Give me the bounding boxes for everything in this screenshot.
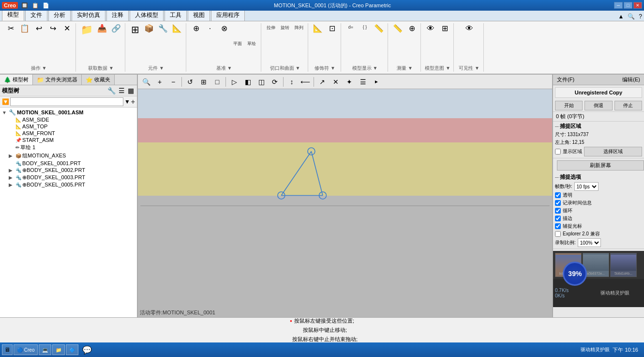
rb-axis[interactable]: ⊕ <box>189 23 203 64</box>
loop-checkbox[interactable] <box>555 208 561 214</box>
explorer-checkbox[interactable] <box>555 231 561 237</box>
vp-named-view[interactable]: □ <box>211 76 224 88</box>
rb-create[interactable]: 📦 <box>142 23 156 64</box>
vp-shading3[interactable]: ◫ <box>255 76 268 88</box>
rb-intent1[interactable]: 👁 <box>424 23 437 64</box>
rb-delete[interactable]: ✕ <box>60 23 74 64</box>
tab-human[interactable]: 人体模型 <box>130 9 164 21</box>
rp-file-menu[interactable]: 文件(F) <box>555 76 576 84</box>
tab-file[interactable]: 文件 <box>25 9 47 21</box>
fps-select[interactable]: 10 fps 15 fps 24 fps 30 fps <box>574 182 599 191</box>
titlebar-menu-icon[interactable]: 🔲 <box>20 2 30 9</box>
rb-measure[interactable]: 📏 <box>391 23 404 64</box>
vp-extra3[interactable]: ☰ <box>357 76 369 88</box>
rp-edit-menu[interactable]: 编辑(E) <box>620 76 642 84</box>
maximize-button[interactable]: □ <box>624 2 632 9</box>
rb-sketch[interactable]: 草绘 <box>245 23 259 64</box>
rb-redo[interactable]: ↪ <box>46 23 60 64</box>
rb-plane[interactable]: 平面 <box>231 23 245 64</box>
search-input[interactable] <box>10 97 123 106</box>
tab-view[interactable]: 视图 <box>188 9 210 21</box>
tree-item-start-asm[interactable]: 📌 START_ASM <box>1 137 136 143</box>
stop-button[interactable]: 停止 <box>614 101 642 110</box>
rb-paste[interactable]: 📋 <box>18 23 31 64</box>
rb-repeat[interactable]: 🔧 <box>156 23 170 64</box>
vp-zoom-fit[interactable]: 🔍 <box>140 76 152 88</box>
vp-perspective[interactable]: ↕ <box>285 76 298 88</box>
panel-tab-favorites[interactable]: ⭐ 收藏夹 <box>82 75 115 85</box>
tree-item-asm-front[interactable]: 📐 ASM_FRONT <box>1 130 136 137</box>
vp-manage[interactable]: ↗ <box>316 76 329 88</box>
vp-zoom-out[interactable]: − <box>167 76 180 88</box>
vp-extra2[interactable]: ✦ <box>343 76 356 88</box>
tree-settings-button[interactable]: 🔧 <box>106 86 117 95</box>
tab-tools[interactable]: 工具 <box>165 9 187 21</box>
thumb-3[interactable]: 5b8d1d4b... <box>610 253 637 277</box>
close-button[interactable]: ✕ <box>633 2 642 9</box>
display-area-checkbox[interactable] <box>555 149 561 155</box>
taskbar-app1[interactable]: 🔷 <box>66 344 78 355</box>
rb-cut[interactable]: ✂ <box>4 23 17 64</box>
titlebar-ctrl1[interactable]: 📋 <box>30 2 40 9</box>
tree-item-asm-top[interactable]: 📐 ASM_TOP <box>1 123 136 130</box>
rb-array[interactable]: 阵列 <box>292 23 306 64</box>
tree-item-body0005[interactable]: ▶ 🔩 ⊕BODY_SKEL_0005.PRT <box>1 181 136 188</box>
start-button[interactable]: 🖥 <box>2 344 13 355</box>
tab-analysis[interactable]: 分析 <box>48 9 71 21</box>
rb-csys[interactable]: ⊗ <box>217 23 231 64</box>
search-dropdown-icon[interactable]: ▼ <box>124 98 130 105</box>
taskbar-browser[interactable]: 💻 <box>39 344 51 355</box>
ribbon-search-icon[interactable]: 🔍 <box>626 12 637 21</box>
vp-more[interactable]: ► <box>370 76 383 88</box>
rb-revolve[interactable]: 旋转 <box>278 23 292 64</box>
tab-apps[interactable]: 应用程序 <box>211 9 245 21</box>
rb-intent2[interactable]: ⊞ <box>438 23 451 64</box>
rb-place[interactable]: 📐 <box>170 23 184 64</box>
vp-shading2[interactable]: ◧ <box>241 76 254 88</box>
rb-ruler[interactable]: 📏 <box>372 23 386 64</box>
panel-tab-browser[interactable]: 📁 文件夹浏览器 <box>33 75 82 85</box>
record-info-checkbox[interactable] <box>555 200 561 206</box>
rb-dim[interactable]: d= <box>344 23 358 64</box>
vp-zoom-in[interactable]: + <box>153 76 166 88</box>
edge-checkbox[interactable] <box>555 216 561 221</box>
rb-open[interactable]: 📁 <box>79 23 95 64</box>
tab-simulation[interactable]: 实时仿真 <box>72 9 105 21</box>
viewport-canvas[interactable]: 活动零件:MOTION_SKEL_0001 <box>138 89 552 317</box>
start-button[interactable]: 开始 <box>555 101 583 110</box>
rb-visible[interactable]: 👁 <box>463 23 476 64</box>
vp-shading1[interactable]: ▷ <box>228 76 240 88</box>
tree-item-asm-side[interactable]: 📐 ASM_SIDE <box>1 116 136 123</box>
transparent-checkbox[interactable] <box>555 192 561 198</box>
rb-undo[interactable]: ↩ <box>32 23 45 64</box>
ribbon-help[interactable]: ? <box>637 12 644 21</box>
rb-point[interactable]: · <box>203 23 217 64</box>
search-add-button[interactable]: + <box>131 98 135 106</box>
tab-annotation[interactable]: 注释 <box>106 9 129 21</box>
rb-fillet[interactable]: ⊡ <box>325 23 339 64</box>
rb-link[interactable]: 🔗 <box>109 23 123 64</box>
taskbar-creo[interactable]: 🔵 Creo <box>14 344 38 355</box>
panel-tab-modeltree[interactable]: 🌲 模型树 <box>0 75 33 85</box>
tree-item-motion-axes[interactable]: ▶ 📦 组MOTION_AXES <box>1 152 136 160</box>
cursor-checkbox[interactable] <box>555 223 561 229</box>
rb-sensor[interactable]: ⊕ <box>405 23 419 64</box>
tree-item-root[interactable]: ▼ 🔧 MOTION_SKEL_0001.ASM <box>1 109 136 116</box>
titlebar-ctrl2[interactable]: 📄 <box>41 2 51 9</box>
tree-item-body0001[interactable]: 🔩 BODY_SKEL_0001.PRT <box>1 160 136 167</box>
tree-columns-button[interactable]: ☰ <box>118 86 126 95</box>
refresh-button[interactable]: 刷新屏幕 <box>557 160 644 171</box>
rb-brace[interactable]: { } <box>358 23 372 64</box>
scale-select[interactable]: 100% 75% 50% <box>578 238 601 247</box>
tree-item-sketch[interactable]: ✏ 草绘 1 <box>1 143 136 152</box>
minimize-button[interactable]: ─ <box>614 2 623 9</box>
taskbar-app2[interactable]: 💬 <box>79 344 95 355</box>
tree-item-body0003[interactable]: ▶ 🔩 ⊕BODY_SKEL_0003.PRT <box>1 174 136 181</box>
ribbon-search-up[interactable]: ▲ <box>616 12 626 21</box>
rb-extrude[interactable]: 拉伸 <box>264 23 278 64</box>
rb-import[interactable]: 📥 <box>95 23 109 64</box>
rb-chamfer[interactable]: 📐 <box>311 23 325 64</box>
rb-assemble[interactable]: ⊞ <box>128 23 142 64</box>
tree-item-body0002[interactable]: ▶ 🔩 ⊕BODY_SKEL_0002.PRT <box>1 167 136 174</box>
vp-rotate[interactable]: ↺ <box>184 76 196 88</box>
